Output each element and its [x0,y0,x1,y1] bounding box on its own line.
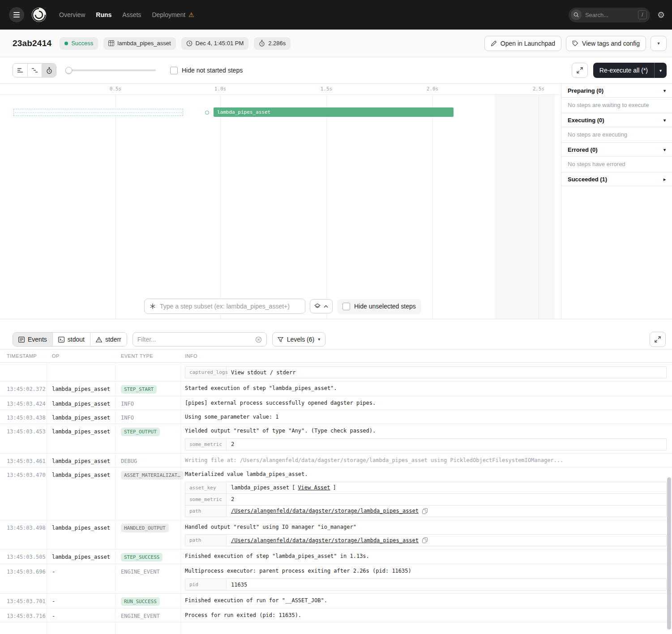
flat-view-button[interactable] [13,64,27,77]
graph-query-toggle-button[interactable] [310,299,333,313]
log-row[interactable]: 13:45:03.438lambda_pipes_assetINFOUsing … [0,410,672,424]
log-row[interactable]: 13:45:03.696-ENGINE_EVENTMultiprocess ex… [0,564,672,594]
log-op: lambda_pipes_asset [52,401,110,407]
panel-section-preparing[interactable]: Preparing (0) ▾ [561,84,672,98]
view-tags-config-button[interactable]: View tags and config [566,36,646,51]
gantt-step-bar[interactable]: lambda_pipes_asset [214,107,454,117]
log-row[interactable]: 13:45:03.498lambda_pipes_assetHANDLED_OU… [0,520,672,550]
asset-tag[interactable]: lambda_pipes_asset [103,37,175,50]
tab-stdout[interactable]: stdout [52,333,90,346]
tab-events[interactable]: Events [13,333,52,346]
tab-stdout-label: stdout [68,336,85,343]
timed-view-button[interactable] [42,64,56,77]
metadata-value: /Users/alangenfeld/data/dagster/storage/… [227,535,432,546]
copy-icon[interactable] [422,537,428,543]
log-cell-op: - [47,594,116,608]
run-header-more-button[interactable]: ▾ [651,36,667,51]
log-row[interactable]: 13:45:03.461lambda_pipes_assetDEBUGWriti… [0,454,672,467]
zoom-slider-knob[interactable] [65,67,72,74]
tab-stderr[interactable]: stderr [90,333,127,346]
metadata-key: some_metric [185,439,227,450]
path-link[interactable]: /Users/alangenfeld/data/dagster/storage/… [231,508,419,514]
path-link[interactable]: /Users/alangenfeld/data/dagster/storage/… [231,537,419,544]
log-row[interactable]: 13:45:03.453lambda_pipes_assetSTEP_OUTPU… [0,424,672,454]
gantt-view-toggle-group [13,63,56,77]
axis-line [0,94,561,95]
log-row[interactable]: 13:45:02.372lambda_pipes_assetSTEP_START… [0,381,672,396]
status-badge: Success [60,37,98,50]
hide-not-started-checkbox[interactable] [170,67,178,74]
log-op: lambda_pipes_asset [52,386,110,392]
search-input[interactable] [585,12,634,18]
hide-unselected-row: Hide unselected steps [337,299,421,314]
stopwatch-icon [259,40,265,47]
log-cell-event-type [116,363,181,381]
metadata-table: path/Users/alangenfeld/data/dagster/stor… [185,534,667,546]
log-op: lambda_pipes_asset [52,458,110,464]
layers-icon [314,303,321,309]
log-row[interactable]: 13:45:03.470lambda_pipes_assetASSET_MATE… [0,467,672,520]
logs-fullscreen-button[interactable] [650,332,666,347]
log-timestamp: 13:45:03.498 [7,525,46,531]
chevron-down-icon: ▾ [663,147,666,152]
hide-unselected-checkbox[interactable] [342,303,350,310]
col-info: INFO [181,353,672,359]
step-subset-input[interactable] [160,303,300,310]
clear-filter-icon[interactable] [255,336,262,343]
reexecute-options-button[interactable]: ▾ [654,63,667,78]
terminal-icon [58,337,64,343]
metadata-value-text: 2 [231,496,234,502]
settings-gear-icon[interactable]: ⚙ [657,11,665,19]
menu-button[interactable] [9,7,24,22]
col-op: OP [47,353,116,359]
log-row[interactable]: captured_logsView stdout / stderr [0,363,672,381]
log-cell-event-type: RUN_SUCCESS [116,594,181,608]
step-start-marker [205,111,209,115]
log-cell-op: lambda_pipes_asset [47,520,116,549]
log-row[interactable]: 13:45:03.505lambda_pipes_assetSTEP_SUCCE… [0,549,672,564]
log-cell-timestamp: 13:45:03.438 [0,410,47,424]
panel-section-title: Executing (0) [568,117,604,124]
nav-assets[interactable]: Assets [122,11,141,18]
panel-section-succeeded[interactable]: Succeeded (1) ▸ [561,172,672,186]
view-asset-link[interactable]: View Asset [298,484,330,491]
open-in-launchpad-button[interactable]: Open in Launchpad [484,36,561,51]
nav-overview[interactable]: Overview [59,11,85,18]
run-main: 0.5s 1.0s 1.5s 2.0s 2.5s lambda_pipes_as… [0,83,672,319]
log-timestamp: 13:45:03.461 [7,458,46,464]
nav-runs[interactable]: Runs [96,11,111,18]
metadata-row: path/Users/alangenfeld/data/dagster/stor… [185,505,666,517]
panel-section-body: No steps have errored [561,157,672,172]
run-id: 23ab2414 [13,39,51,48]
log-row[interactable]: 13:45:03.424lambda_pipes_assetINFO[pipes… [0,396,672,410]
log-filter-input[interactable] [137,336,252,343]
logs-scrollbar[interactable] [667,477,671,630]
metadata-row: asset_keylambda_pipes_asset[View Asset] [185,482,666,493]
metadata-table: pid11635 [185,578,667,591]
copy-icon[interactable] [422,508,428,514]
dagster-logo[interactable] [30,6,47,23]
panel-section-errored[interactable]: Errored (0) ▾ [561,143,672,157]
axis-tick: 1.5s [321,86,333,92]
log-row[interactable]: 13:45:03.716-ENGINE_EVENTProcess for run… [0,608,672,622]
global-search[interactable]: / [569,8,650,22]
log-cell-event-type: INFO [116,396,181,410]
waterfall-view-button[interactable] [27,64,42,77]
levels-filter-button[interactable]: Levels (6) ▾ [272,332,326,347]
log-timestamp: 13:45:03.696 [7,569,46,575]
log-row[interactable]: 13:45:03.701-RUN_SUCCESSFinished executi… [0,594,672,608]
panel-section-executing[interactable]: Executing (0) ▾ [561,113,672,127]
run-duration-tag: 2.286s [254,37,291,50]
logs-toolbar: Events stdout stderr [0,330,672,349]
panel-section-title: Errored (0) [568,146,597,153]
logs-tab-group: Events stdout stderr [13,332,127,347]
zoom-slider[interactable] [66,69,156,71]
nav-deployment[interactable]: Deployment⚠ [152,11,194,18]
run-startup-span [13,109,183,116]
status-dot [64,42,68,45]
reexecute-all-button[interactable]: Re-execute all (*) [593,63,654,78]
log-info-text: Materialized value lambda_pipes_asset. [185,471,667,478]
gantt-fullscreen-button[interactable] [572,63,588,78]
panel-splitter[interactable] [0,319,672,330]
log-filler-cell [116,622,181,634]
